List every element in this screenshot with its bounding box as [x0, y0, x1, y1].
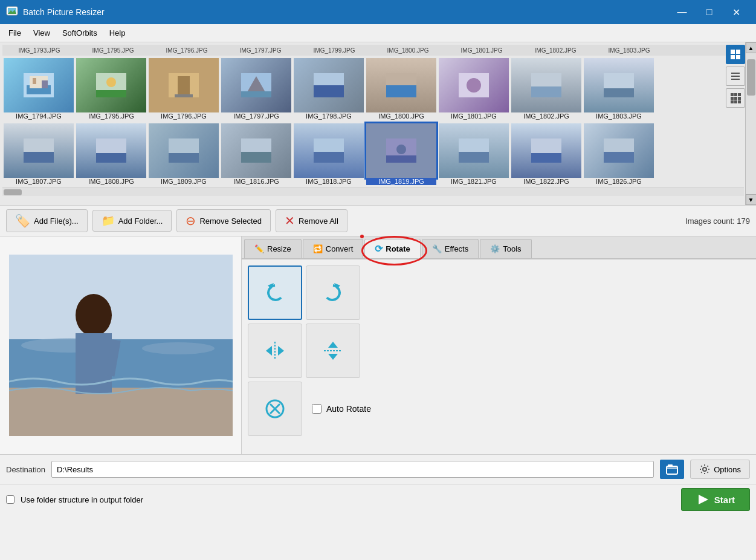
main-area: ✏️ Resize 🔁 Convert ⟳ Rotate 🔧 Effects ⚙… [0, 236, 756, 454]
remove-selected-button[interactable]: ⊖ Remove Selected [176, 209, 271, 232]
list-item[interactable]: IMG_1816.JPG [221, 123, 291, 185]
filename-header: IMG_1793.JPG [4, 47, 75, 54]
options-button[interactable]: Options [690, 460, 750, 479]
svg-rect-44 [531, 153, 561, 163]
tab-effects[interactable]: 🔧 Effects [422, 239, 479, 258]
start-label: Start [714, 495, 735, 505]
destination-input[interactable] [51, 461, 654, 478]
tab-rotate[interactable]: ⟳ Rotate [364, 239, 420, 258]
list-item[interactable]: IMG_1800.JPG [366, 58, 436, 120]
flip-vertical-button[interactable] [306, 324, 360, 378]
menu-softorbits[interactable]: SoftOrbits [56, 26, 103, 40]
options-label: Options [714, 465, 741, 474]
tab-tools[interactable]: ⚙️ Tools [480, 239, 531, 258]
svg-rect-7 [42, 80, 48, 88]
list-item[interactable]: IMG_1801.JPG [439, 58, 509, 120]
app-title: Batch Picture Resizer [23, 7, 668, 17]
filename-header: IMG_1803.JPG [593, 47, 665, 54]
svg-rect-42 [459, 152, 489, 163]
thumbnail-image [366, 58, 436, 112]
toolbar: 🏷️ Add File(s)... 📁 Add Folder... ⊖ Remo… [0, 206, 756, 236]
auto-rotate-checkbox[interactable] [312, 404, 321, 414]
thumbnail-label: IMG_1818.JPG [294, 178, 364, 185]
list-item[interactable]: IMG_1796.JPG [149, 58, 219, 120]
svg-rect-21 [386, 85, 416, 97]
rotate-ccw-button[interactable] [248, 265, 302, 320]
list-item[interactable]: IMG_1826.JPG [584, 123, 654, 185]
rotate-cw-button[interactable] [306, 265, 360, 320]
list-item[interactable]: IMG_1819.JPG [366, 123, 436, 185]
list-item[interactable]: IMG_1797.JPG [221, 58, 291, 120]
images-count: Images count: 179 [685, 217, 750, 226]
thumbnail-image [584, 58, 654, 112]
scroll-handle[interactable] [747, 59, 755, 96]
thumbnail-label: IMG_1795.JPG [76, 112, 146, 120]
tab-convert[interactable]: 🔁 Convert [303, 239, 364, 258]
list-item[interactable]: IMG_1822.JPG [511, 123, 581, 185]
thumbnail-image [149, 58, 219, 112]
use-folder-structure-checkbox[interactable] [6, 495, 15, 504]
destination-bar: Destination Options [0, 454, 756, 484]
svg-rect-47 [731, 50, 735, 54]
view-list-button[interactable] [726, 67, 745, 86]
add-folder-button[interactable]: 📁 Add Folder... [92, 210, 172, 232]
thumbnail-label: IMG_1807.JPG [4, 178, 74, 185]
add-files-icon: 🏷️ [15, 213, 30, 228]
menu-file[interactable]: File [2, 26, 27, 40]
svg-rect-27 [604, 88, 634, 97]
thumbnail-image [366, 123, 436, 178]
svg-rect-53 [731, 79, 740, 80]
menu-view[interactable]: View [27, 26, 56, 40]
list-item[interactable]: IMG_1807.JPG [4, 123, 74, 185]
app-icon [6, 6, 18, 18]
list-item[interactable]: IMG_1802.JPG [511, 58, 581, 120]
svg-rect-48 [736, 50, 740, 54]
browse-destination-button[interactable] [660, 460, 684, 479]
svg-marker-75 [278, 346, 284, 356]
svg-rect-59 [738, 97, 741, 100]
tabs-area: ✏️ Resize 🔁 Convert ⟳ Rotate 🔧 Effects ⚙… [242, 236, 756, 454]
list-item[interactable]: IMG_1809.JPG [149, 123, 219, 185]
svg-point-68 [76, 294, 112, 336]
remove-all-icon: ✕ [285, 213, 295, 228]
remove-all-button[interactable]: ✕ Remove All [276, 209, 347, 232]
filename-header: IMG_1801.JPG [446, 47, 517, 54]
list-item[interactable]: IMG_1795.JPG [76, 58, 146, 120]
menu-help[interactable]: Help [103, 26, 132, 40]
list-item[interactable]: IMG_1794.JPG [4, 58, 74, 120]
add-files-button[interactable]: 🏷️ Add File(s)... [6, 209, 88, 232]
list-item[interactable]: IMG_1818.JPG [294, 123, 364, 185]
close-button[interactable]: ✕ [723, 0, 750, 24]
list-item[interactable]: IMG_1803.JPG [584, 58, 654, 120]
list-item[interactable]: IMG_1798.JPG [294, 58, 364, 120]
svg-rect-61 [734, 100, 737, 103]
list-item[interactable]: IMG_1808.JPG [76, 123, 146, 185]
minimize-button[interactable]: — [668, 0, 696, 24]
reset-rotation-button[interactable] [248, 382, 302, 436]
svg-rect-52 [731, 76, 740, 77]
svg-rect-37 [314, 152, 344, 163]
thumbnail-label: IMG_1822.JPG [511, 178, 581, 185]
list-item[interactable]: IMG_1821.JPG [439, 123, 509, 185]
thumbnail-image [294, 123, 364, 178]
svg-rect-82 [667, 466, 677, 474]
vertical-scrollbar[interactable]: ▲ ▼ [745, 42, 756, 205]
tab-resize[interactable]: ✏️ Resize [244, 239, 302, 258]
view-grid-button[interactable] [726, 88, 745, 108]
add-folder-icon: 📁 [102, 214, 115, 227]
window-controls: — □ ✕ [668, 0, 750, 24]
thumbnail-image [584, 123, 654, 178]
filename-header: IMG_1796.JPG [151, 47, 222, 54]
view-thumbnail-button[interactable] [726, 45, 745, 64]
maximize-button[interactable]: □ [696, 0, 723, 24]
scroll-down-button[interactable]: ▼ [746, 194, 757, 205]
scroll-up-button[interactable]: ▲ [746, 42, 757, 53]
flip-horizontal-button[interactable] [248, 324, 302, 378]
effects-tab-label: Effects [445, 244, 469, 253]
svg-rect-54 [731, 93, 734, 96]
svg-rect-10 [96, 90, 126, 97]
preview-panel [0, 236, 242, 454]
remove-selected-label: Remove Selected [199, 217, 262, 226]
start-button[interactable]: Start [681, 488, 750, 511]
thumbnail-grid: IMG_1793.JPG IMG_1795.JPG IMG_1796.JPG I… [0, 42, 756, 198]
